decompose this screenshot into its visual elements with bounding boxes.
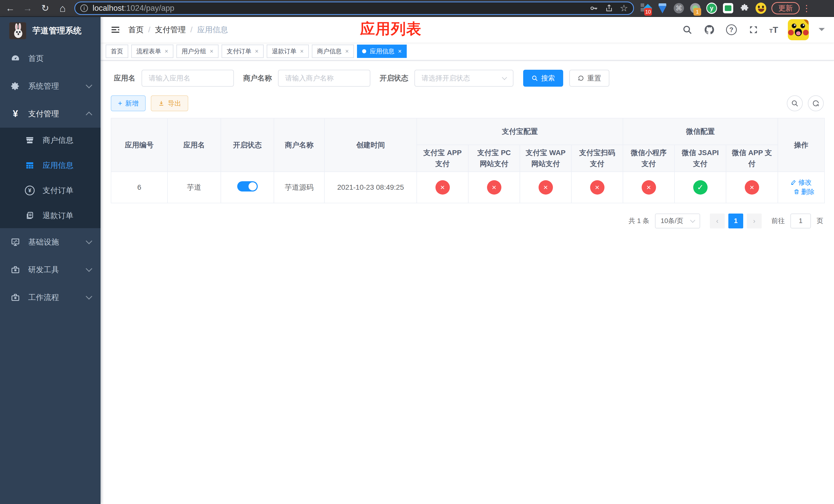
show-search-toggle-button[interactable] bbox=[787, 95, 803, 111]
app-name-input[interactable] bbox=[141, 70, 234, 87]
url-text[interactable]: localhost:1024/pay/app bbox=[93, 4, 590, 13]
chevron-down-icon bbox=[502, 75, 507, 80]
sidebar-item-payment[interactable]: ¥ 支付管理 bbox=[0, 100, 101, 128]
tab-app-info[interactable]: 应用信息× bbox=[357, 45, 407, 58]
help-icon[interactable]: ? bbox=[725, 24, 738, 36]
col-group-alipay: 支付宝配置 bbox=[417, 118, 623, 145]
tab-process-form[interactable]: 流程表单× bbox=[131, 45, 173, 58]
sidebar-item-pay-order[interactable]: ¥ 支付订单 bbox=[0, 178, 101, 203]
sidebar-item-home[interactable]: 首页 bbox=[0, 45, 101, 72]
col-app-name: 应用名 bbox=[168, 118, 221, 172]
sidebar-item-infrastructure[interactable]: 基础设施 bbox=[0, 228, 101, 256]
breadcrumb-home[interactable]: 首页 bbox=[128, 25, 144, 35]
prev-page-button[interactable]: ‹ bbox=[710, 213, 725, 228]
annotation-app-list: 应用列表 bbox=[360, 19, 422, 39]
sidebar-item-system[interactable]: 系统管理 bbox=[0, 72, 101, 100]
collapse-sidebar-icon[interactable] bbox=[110, 24, 121, 36]
search-form: 应用名 商户名称 开启状态 请选择开启状态 搜索 重置 bbox=[111, 70, 824, 87]
app-table: 应用编号 应用名 开启状态 商户名称 创建时间 支付宝配置 微信配置 操作 支付… bbox=[111, 118, 825, 203]
breadcrumb-payment[interactable]: 支付管理 bbox=[155, 25, 186, 35]
sidebar-item-label: 基础设施 bbox=[28, 237, 87, 247]
fullscreen-icon[interactable] bbox=[747, 24, 760, 36]
user-avatar[interactable] bbox=[788, 19, 809, 40]
total-count: 共 1 条 bbox=[629, 216, 649, 225]
close-icon[interactable]: × bbox=[255, 48, 259, 55]
sidebar-item-dev-tools[interactable]: 研发工具 bbox=[0, 256, 101, 283]
bookmark-star-icon[interactable]: ☆ bbox=[620, 3, 628, 14]
sidebar-item-app-info[interactable]: 应用信息 bbox=[0, 153, 101, 178]
browser-reload-button[interactable]: ↻ bbox=[38, 1, 52, 15]
address-bar[interactable]: i localhost:1024/pay/app ☆ bbox=[74, 2, 634, 15]
browser-back-button[interactable]: ← bbox=[3, 1, 18, 15]
tab-user-group[interactable]: 用户分组× bbox=[176, 45, 219, 58]
delete-link[interactable]: 删除 bbox=[793, 187, 814, 197]
extension-camera-icon[interactable]: 1 bbox=[690, 3, 701, 14]
sidebar-item-label: 退款订单 bbox=[43, 210, 91, 221]
chevron-down-icon bbox=[86, 238, 92, 244]
sidebar-item-merchant-info[interactable]: 商户信息 bbox=[0, 128, 101, 153]
current-page-button[interactable]: 1 bbox=[728, 213, 743, 228]
tags-view-bar: 首页 流程表单× 用户分组× 支付订单× 退款订单× 商户信息× 应用信息× bbox=[101, 43, 834, 61]
search-icon[interactable] bbox=[681, 24, 694, 36]
next-page-button[interactable]: › bbox=[747, 213, 762, 228]
disabled-x-icon: × bbox=[436, 180, 450, 194]
browser-home-button[interactable]: ⌂ bbox=[56, 1, 70, 15]
extension-badge: 10 bbox=[644, 8, 652, 16]
chrome-menu-icon[interactable]: ⋮ bbox=[802, 3, 811, 13]
extension-gem-icon[interactable] bbox=[657, 3, 668, 14]
edit-link[interactable]: 修改 bbox=[791, 178, 812, 187]
chevron-down-icon bbox=[86, 82, 92, 88]
share-icon[interactable] bbox=[605, 4, 613, 12]
close-icon[interactable]: × bbox=[398, 48, 402, 55]
avatar-caret-icon[interactable] bbox=[819, 28, 825, 34]
close-icon[interactable]: × bbox=[300, 48, 304, 55]
col-wx-mini: 微信小程序支付 bbox=[623, 145, 675, 172]
browser-forward-button[interactable]: → bbox=[21, 1, 35, 15]
extension-y-icon[interactable]: y bbox=[706, 3, 717, 14]
tab-refund-order[interactable]: 退款订单× bbox=[267, 45, 309, 58]
github-icon[interactable] bbox=[703, 24, 716, 36]
merchant-name-input[interactable] bbox=[278, 70, 370, 87]
app-title: 芋道管理系统 bbox=[32, 25, 82, 37]
extension-command-icon[interactable]: ⌘ bbox=[674, 3, 684, 14]
status-toggle[interactable] bbox=[237, 181, 258, 191]
cell-created: 2021-10-23 08:49:25 bbox=[324, 172, 417, 203]
enabled-check-icon: ✓ bbox=[693, 180, 707, 194]
reset-button[interactable]: 重置 bbox=[569, 70, 609, 87]
close-icon[interactable]: × bbox=[210, 48, 213, 55]
extension-pin-icon[interactable]: 10 bbox=[641, 3, 652, 14]
chrome-update-button[interactable]: 更新 bbox=[771, 2, 799, 14]
tab-merchant-info[interactable]: 商户信息× bbox=[312, 45, 354, 58]
gear-icon bbox=[10, 82, 21, 91]
add-button[interactable]: + 新增 bbox=[111, 95, 146, 111]
close-icon[interactable]: × bbox=[164, 48, 168, 55]
password-key-icon[interactable] bbox=[590, 4, 598, 13]
site-info-icon[interactable]: i bbox=[80, 4, 88, 12]
chevron-down-icon bbox=[86, 265, 92, 272]
goto-page-input[interactable] bbox=[790, 213, 811, 228]
extension-chat-icon[interactable] bbox=[723, 3, 733, 14]
extension-emoji-icon[interactable] bbox=[755, 3, 766, 14]
pen-icon bbox=[791, 180, 797, 186]
sidebar-item-refund-order[interactable]: 退款订单 bbox=[0, 203, 101, 228]
export-button[interactable]: 导出 bbox=[151, 95, 188, 111]
cell-app-id: 6 bbox=[111, 172, 168, 203]
tab-pay-order[interactable]: 支付订单× bbox=[222, 45, 264, 58]
cell-merchant: 芋道源码 bbox=[274, 172, 324, 203]
tab-home[interactable]: 首页 bbox=[106, 45, 128, 58]
sidebar-item-workflow[interactable]: 工作流程 bbox=[0, 283, 101, 311]
font-size-icon[interactable]: TT bbox=[769, 25, 778, 35]
app-logo-row[interactable]: 芋道管理系统 bbox=[0, 17, 101, 45]
close-icon[interactable]: × bbox=[345, 48, 349, 55]
refresh-button[interactable] bbox=[808, 95, 824, 111]
cell-alipay-wap: × bbox=[520, 172, 571, 203]
status-select[interactable]: 请选择开启状态 bbox=[414, 70, 513, 87]
sidebar-item-label: 应用信息 bbox=[43, 160, 91, 171]
extensions-puzzle-icon[interactable] bbox=[739, 3, 750, 14]
page-size-select[interactable]: 10条/页 bbox=[655, 213, 700, 228]
search-button[interactable]: 搜索 bbox=[523, 70, 563, 87]
cell-app-name: 芋道 bbox=[168, 172, 221, 203]
page-header: 首页 / 支付管理 / 应用信息 应用列表 ? TT bbox=[101, 17, 834, 43]
chevron-up-icon bbox=[86, 112, 92, 118]
browser-chrome: ← → ↻ ⌂ i localhost:1024/pay/app ☆ 10 ⌘ … bbox=[0, 0, 834, 17]
